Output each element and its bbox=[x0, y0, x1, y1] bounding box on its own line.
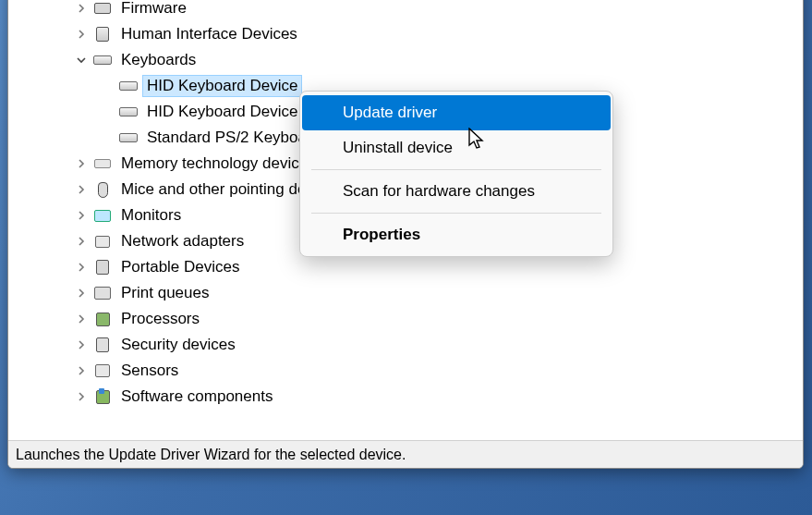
chevron-right-icon[interactable] bbox=[75, 209, 88, 222]
chevron-right-icon[interactable] bbox=[75, 287, 88, 300]
tree-node-label: Monitors bbox=[117, 205, 185, 226]
keyboard-icon bbox=[93, 51, 112, 69]
chevron-right-icon[interactable] bbox=[75, 28, 88, 41]
tree-node[interactable]: Processors bbox=[8, 306, 803, 332]
menu-item-uninstall-device[interactable]: Uninstall device bbox=[302, 130, 611, 166]
keyboard-icon bbox=[119, 77, 138, 95]
keyboard-icon bbox=[119, 103, 138, 121]
menu-item-properties[interactable]: Properties bbox=[302, 217, 611, 252]
firmware-icon bbox=[93, 0, 112, 18]
menu-item-scan-for-hardware-changes[interactable]: Scan for hardware changes bbox=[302, 174, 611, 209]
tree-node-label: HID Keyboard Device bbox=[143, 76, 301, 96]
tree-node-label: Standard PS/2 Keyboard bbox=[143, 128, 324, 148]
printer-icon bbox=[93, 284, 112, 302]
menu-separator bbox=[311, 213, 601, 214]
tree-node-label: Sensors bbox=[117, 361, 182, 381]
tree-node-label: Print queues bbox=[117, 283, 212, 303]
menu-item-update-driver[interactable]: Update driver bbox=[302, 95, 611, 130]
network-icon bbox=[93, 232, 112, 251]
security-icon bbox=[93, 336, 112, 354]
tree-node-label: Portable Devices bbox=[117, 257, 244, 277]
menu-item-label: Properties bbox=[343, 226, 420, 244]
hid-icon bbox=[93, 25, 112, 43]
menu-item-label: Scan for hardware changes bbox=[343, 182, 535, 201]
keyboard-icon bbox=[119, 129, 138, 147]
chevron-right-icon[interactable] bbox=[75, 261, 88, 274]
tree-node[interactable]: Sensors bbox=[8, 358, 803, 384]
sensor-icon bbox=[93, 362, 112, 380]
tree-node-label: Firmware bbox=[117, 0, 190, 18]
tree-node-label: Keyboards bbox=[117, 50, 200, 70]
tree-node[interactable]: Portable Devices bbox=[8, 254, 803, 280]
chevron-right-icon[interactable] bbox=[75, 235, 88, 248]
status-bar: Launches the Update Driver Wizard for th… bbox=[8, 440, 803, 468]
menu-separator bbox=[311, 169, 601, 170]
tree-node[interactable]: Firmware bbox=[8, 0, 803, 21]
chevron-right-icon[interactable] bbox=[75, 338, 88, 351]
chevron-right-icon[interactable] bbox=[75, 390, 88, 403]
menu-item-label: Update driver bbox=[343, 104, 437, 122]
memory-icon bbox=[93, 154, 112, 173]
chevron-right-icon[interactable] bbox=[75, 2, 88, 15]
tree-node[interactable]: Keyboards bbox=[8, 47, 803, 73]
context-menu: Update driverUninstall deviceScan for ha… bbox=[299, 91, 613, 257]
tree-node[interactable]: Software components bbox=[8, 384, 803, 410]
software-icon bbox=[93, 387, 112, 406]
chevron-right-icon[interactable] bbox=[75, 157, 88, 170]
portable-icon bbox=[93, 258, 112, 276]
tree-node-label: Network adapters bbox=[117, 231, 248, 251]
tree-node-label: Memory technology devices bbox=[117, 153, 320, 174]
status-text: Launches the Update Driver Wizard for th… bbox=[16, 447, 406, 463]
menu-item-label: Uninstall device bbox=[343, 139, 453, 157]
tree-node[interactable]: Print queues bbox=[8, 280, 803, 306]
tree-node-label: Security devices bbox=[117, 335, 239, 355]
chevron-right-icon[interactable] bbox=[75, 183, 88, 196]
mouse-icon bbox=[93, 180, 112, 199]
tree-node[interactable]: Security devices bbox=[8, 332, 803, 358]
tree-node-label: HID Keyboard Device bbox=[143, 102, 301, 122]
tree-node-label: Processors bbox=[117, 309, 203, 329]
monitor-icon bbox=[93, 206, 112, 225]
chevron-down-icon[interactable] bbox=[75, 54, 88, 67]
chevron-right-icon[interactable] bbox=[75, 313, 88, 325]
tree-node-label: Human Interface Devices bbox=[117, 24, 301, 44]
tree-node-label: Software components bbox=[117, 386, 276, 407]
cpu-icon bbox=[93, 310, 112, 328]
chevron-right-icon[interactable] bbox=[75, 364, 88, 377]
tree-node[interactable]: Human Interface Devices bbox=[8, 21, 803, 47]
